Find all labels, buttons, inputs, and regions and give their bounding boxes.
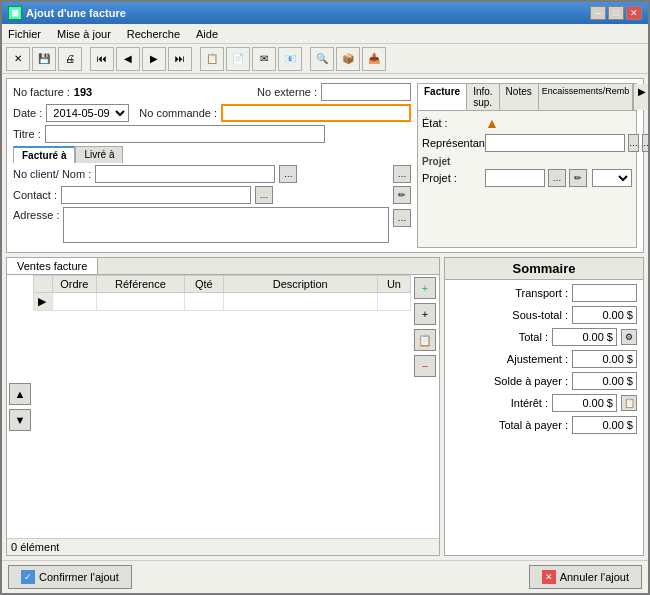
ajustement-label: Ajustement : xyxy=(488,353,568,365)
representant-input[interactable] xyxy=(485,134,625,152)
projet-input[interactable] xyxy=(485,169,545,187)
contact-edit-btn[interactable]: ✏ xyxy=(393,186,411,204)
col-un: Un xyxy=(377,276,410,293)
tab-arrow[interactable]: ▶ xyxy=(633,84,648,110)
adresse-wrap xyxy=(63,207,389,245)
contact-input[interactable] xyxy=(61,186,251,204)
adresse-textarea[interactable] xyxy=(63,207,389,243)
adresse-browse-btn[interactable]: … xyxy=(393,209,411,227)
maximize-button[interactable]: □ xyxy=(608,6,624,20)
add-row-btn[interactable]: + xyxy=(414,277,436,299)
title-bar-left: 🧾 Ajout d'une facture xyxy=(8,6,126,20)
row-ordre xyxy=(52,293,96,311)
side-btns: + + 📋 − xyxy=(411,275,439,538)
no-client-browse-btn[interactable]: … xyxy=(279,165,297,183)
move-down-btn[interactable]: ▼ xyxy=(9,409,31,431)
minimize-button[interactable]: ─ xyxy=(590,6,606,20)
projet-section-label: Projet xyxy=(422,156,632,167)
total-payer-input[interactable] xyxy=(572,416,637,434)
toolbar-prev-btn[interactable]: ◀ xyxy=(116,47,140,71)
titre-row: Titre : xyxy=(13,125,411,143)
no-client-extra-btn[interactable]: … xyxy=(393,165,411,183)
no-client-input[interactable] xyxy=(95,165,275,183)
panel-tab-ventes[interactable]: Ventes facture xyxy=(7,258,98,274)
confirm-button[interactable]: ✓ Confirmer l'ajout xyxy=(8,565,132,589)
representant-row: Représentant : … … xyxy=(422,134,632,152)
tab-facture-a[interactable]: Facturé à xyxy=(13,146,75,163)
toolbar-email-btn[interactable]: 📧 xyxy=(278,47,302,71)
ajustement-input[interactable] xyxy=(572,350,637,368)
sous-total-label: Sous-total : xyxy=(488,309,568,321)
col-ordre: Ordre xyxy=(52,276,96,293)
data-table: Ordre Référence Qté Description Un ▶ xyxy=(33,275,411,311)
representant-browse-btn[interactable]: … xyxy=(628,134,639,152)
toolbar-last-btn[interactable]: ⏭ xyxy=(168,47,192,71)
toolbar-next-btn[interactable]: ▶ xyxy=(142,47,166,71)
toolbar-import-btn[interactable]: 📥 xyxy=(362,47,386,71)
col-reference: Référence xyxy=(96,276,184,293)
titre-label: Titre : xyxy=(13,128,41,140)
date-select[interactable]: 2014-05-09 xyxy=(46,104,129,122)
table-with-side: ▲ ▼ Ordre Référence Qté xyxy=(7,275,439,538)
toolbar-print-btn[interactable]: 🖨 xyxy=(58,47,82,71)
address-tabs: Facturé à Livré à xyxy=(13,146,411,163)
toolbar-cancel-btn[interactable]: ✕ xyxy=(6,47,30,71)
solde-input[interactable] xyxy=(572,372,637,390)
move-up-btn[interactable]: ▲ xyxy=(9,383,31,405)
right-panel-tabs: Facture Info. sup. Notes Encaissements/R… xyxy=(418,84,636,111)
no-facture-value: 193 xyxy=(74,86,92,98)
total-payer-row: Total à payer : xyxy=(451,416,637,434)
toolbar-mail-btn[interactable]: ✉ xyxy=(252,47,276,71)
col-qte: Qté xyxy=(184,276,223,293)
table-scroll[interactable]: Ordre Référence Qté Description Un ▶ xyxy=(33,275,411,538)
date-label: Date : xyxy=(13,107,42,119)
right-summary: Sommaire Transport : Sous-total : Total … xyxy=(444,257,644,556)
confirm-label: Confirmer l'ajout xyxy=(39,571,119,583)
transport-input[interactable] xyxy=(572,284,637,302)
row-qte xyxy=(184,293,223,311)
interet-input[interactable] xyxy=(552,394,617,412)
tab-notes[interactable]: Notes xyxy=(500,84,539,110)
etat-triangle: ▲ xyxy=(485,115,499,131)
total-icon[interactable]: ⚙ xyxy=(621,329,637,345)
special-btn[interactable]: + xyxy=(414,303,436,325)
minus-btn[interactable]: − xyxy=(414,355,436,377)
col-selector xyxy=(34,276,53,293)
projet-browse-btn[interactable]: … xyxy=(548,169,566,187)
toolbar-package-btn[interactable]: 📦 xyxy=(336,47,360,71)
left-panel: Ventes facture ▲ ▼ Or xyxy=(6,257,440,556)
interet-icon[interactable]: 📋 xyxy=(621,395,637,411)
total-input[interactable] xyxy=(552,328,617,346)
total-payer-label: Total à payer : xyxy=(488,419,568,431)
toolbar-save-btn[interactable]: 💾 xyxy=(32,47,56,71)
no-facture-label: No facture : xyxy=(13,86,70,98)
toolbar-new-btn[interactable]: 📄 xyxy=(226,47,250,71)
tab-encaissements[interactable]: Encaissements/Remb xyxy=(539,84,634,110)
menu-aide[interactable]: Aide xyxy=(194,28,220,40)
close-button[interactable]: ✕ xyxy=(626,6,642,20)
copy-row-btn[interactable]: 📋 xyxy=(414,329,436,351)
representant-extra-btn[interactable]: … xyxy=(642,134,648,152)
sous-total-input[interactable] xyxy=(572,306,637,324)
toolbar-first-btn[interactable]: ⏮ xyxy=(90,47,114,71)
row-reference xyxy=(96,293,184,311)
menu-mise-a-jour[interactable]: Mise à jour xyxy=(55,28,113,40)
titre-input[interactable] xyxy=(45,125,325,143)
facture-row: No facture : 193 No externe : xyxy=(13,83,411,101)
no-externe-input[interactable] xyxy=(321,83,411,101)
toolbar-copy-btn[interactable]: 📋 xyxy=(200,47,224,71)
table-row: ▶ xyxy=(34,293,411,311)
tab-livre-a[interactable]: Livré à xyxy=(75,146,123,163)
projet-select[interactable] xyxy=(592,169,632,187)
contact-browse-btn[interactable]: … xyxy=(255,186,273,204)
cancel-button[interactable]: ✕ Annuler l'ajout xyxy=(529,565,642,589)
panel-tabs: Ventes facture xyxy=(7,258,439,275)
no-commande-input[interactable] xyxy=(221,104,411,122)
tab-info-sup[interactable]: Info. sup. xyxy=(467,84,499,110)
menu-recherche[interactable]: Recherche xyxy=(125,28,182,40)
projet-edit-btn[interactable]: ✏ xyxy=(569,169,587,187)
toolbar-search-btn[interactable]: 🔍 xyxy=(310,47,334,71)
tab-facture[interactable]: Facture xyxy=(418,84,467,110)
menu-fichier[interactable]: Fichier xyxy=(6,28,43,40)
top-left-form: No facture : 193 No externe : Date : 201… xyxy=(13,83,411,248)
